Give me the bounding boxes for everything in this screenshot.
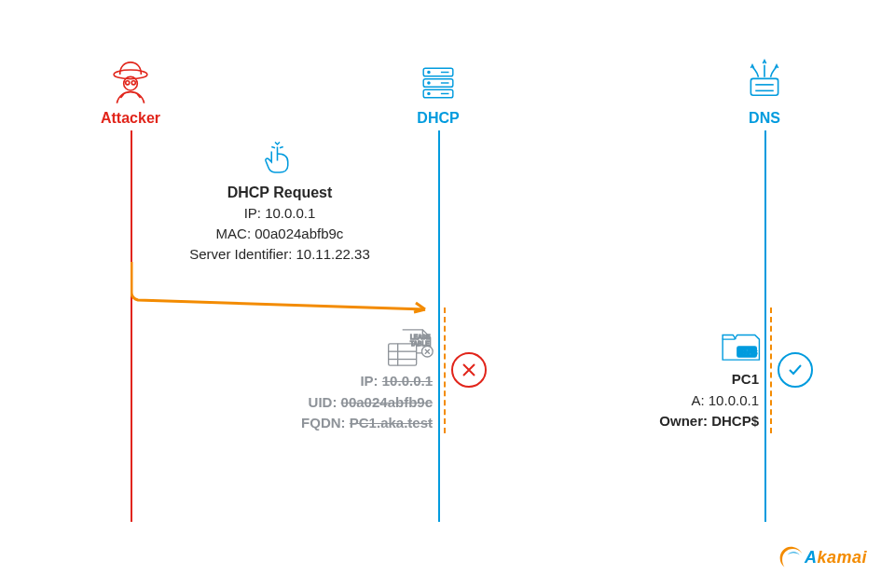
request-mac: MAC: 00a024abfb9c — [145, 224, 415, 244]
dns-dashed-segment — [770, 308, 772, 433]
attacker-lifeline — [131, 130, 132, 522]
lease-table-icon: LEASE TABLE — [387, 326, 434, 373]
cursor-icon — [261, 140, 298, 181]
svg-point-0 — [114, 70, 147, 79]
request-ip: IP: 10.0.0.1 — [145, 203, 415, 224]
lease-ip-line: IP: 10.0.0.1 — [282, 371, 433, 392]
dhcp-label: DHCP — [417, 110, 459, 127]
request-arrow — [131, 261, 438, 317]
attacker-label: Attacker — [101, 110, 160, 127]
dns-owner: Owner: DHCP$ — [645, 411, 759, 432]
svg-text:LEASE: LEASE — [410, 334, 431, 340]
dns-label: DNS — [749, 110, 780, 127]
dns-a: A: 10.0.0.1 — [645, 390, 759, 412]
svg-point-8 — [428, 82, 430, 84]
lease-uid-line: UID: 00a024abfb9c — [282, 392, 433, 414]
dns-record-folder-icon: DNS — [720, 328, 761, 369]
svg-point-9 — [428, 92, 430, 94]
dns-lifeline — [764, 130, 766, 522]
svg-rect-13 — [750, 78, 778, 95]
request-sid: Server Identifier: 10.11.22.33 — [145, 244, 415, 265]
brand-swirl-icon — [778, 545, 803, 569]
dhcp-server-icon — [417, 62, 460, 108]
svg-point-2 — [126, 81, 130, 85]
dns-record-fields: PC1 A: 10.0.0.1 Owner: DHCP$ — [645, 369, 759, 432]
request-title: DHCP Request — [145, 182, 415, 203]
brand-logo: Akamai — [778, 545, 867, 569]
status-ok-icon — [778, 352, 813, 388]
lease-fqdn-line: FQDN: PC1.aka.test — [282, 413, 433, 434]
svg-text:DNS: DNS — [740, 348, 757, 357]
status-rejected-icon — [451, 352, 487, 388]
dns-server-icon — [740, 56, 789, 108]
brand-name: Akamai — [805, 548, 867, 567]
lease-fields: IP: 10.0.0.1 UID: 00a024abfb9c FQDN: PC1… — [282, 371, 433, 434]
dns-name: PC1 — [645, 369, 759, 390]
dhcp-dashed-segment — [444, 308, 446, 433]
attacker-icon — [106, 58, 155, 110]
dhcp-request-block: DHCP Request IP: 10.0.0.1 MAC: 00a024abf… — [145, 182, 415, 264]
dhcp-lifeline — [438, 130, 440, 522]
svg-point-3 — [131, 81, 135, 85]
svg-point-7 — [428, 71, 430, 73]
